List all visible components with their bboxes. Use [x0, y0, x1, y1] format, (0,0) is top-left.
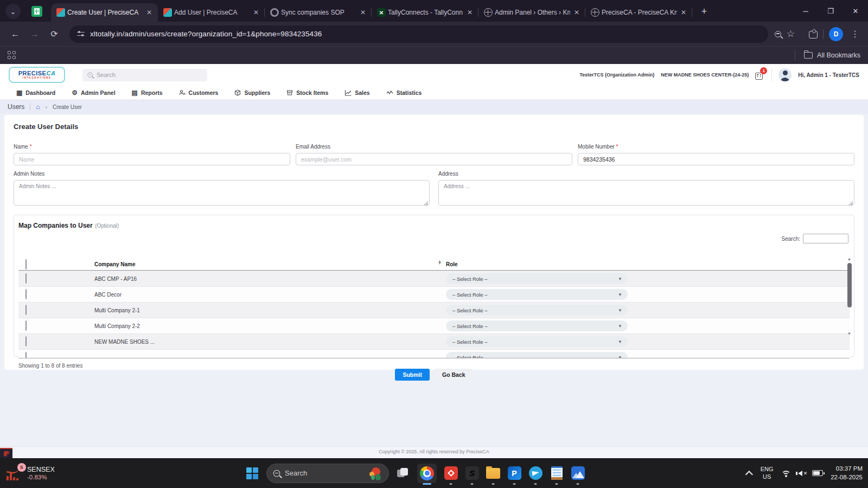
home-icon[interactable]: ⌂	[36, 103, 40, 111]
company-switch-icon[interactable]: 1	[755, 70, 765, 80]
preciseca-logo[interactable]: PRECISECA INTEGRATIONS	[9, 67, 65, 83]
row-checkbox[interactable]	[25, 289, 27, 299]
chrome-taskbar-button[interactable]	[417, 465, 437, 481]
close-button[interactable]: ✕	[843, 0, 868, 22]
row-checkbox[interactable]	[25, 336, 27, 346]
row-checkbox[interactable]	[25, 352, 27, 358]
user-avatar[interactable]	[778, 68, 792, 81]
admin-notes-textarea[interactable]	[14, 180, 430, 206]
maximize-button[interactable]: ❐	[818, 0, 843, 22]
role-select[interactable]: – Select Role –▼	[446, 289, 628, 300]
role-select[interactable]: – Select Role –▼	[446, 352, 628, 358]
role-select[interactable]: – Select Role –▼	[446, 320, 628, 331]
tab-search-chevron-icon[interactable]: ⌄	[5, 4, 21, 19]
tab-close-icon[interactable]: ✕	[145, 8, 154, 17]
tab-add-user[interactable]: Add User | PreciseCA ✕	[158, 3, 265, 22]
tab-title: Admin Panel › Others › Kn	[495, 9, 570, 16]
role-select[interactable]: – Select Role –▼	[446, 273, 628, 284]
taskbar-search[interactable]	[266, 464, 389, 483]
extensions-icon[interactable]	[809, 30, 818, 38]
go-back-button[interactable]: Go Back	[435, 369, 473, 381]
tab-close-icon[interactable]: ✕	[465, 8, 474, 17]
nav-stock-items[interactable]: Stock Items	[286, 89, 328, 96]
site-search[interactable]	[82, 69, 207, 81]
nav-sales[interactable]: Sales	[344, 89, 369, 96]
forward-icon[interactable]: →	[26, 25, 43, 43]
tab-preciseca-kn[interactable]: PreciseCA - PreciseCA Kn ✕	[585, 3, 692, 22]
row-checkbox[interactable]	[25, 305, 27, 315]
search-highlight-image[interactable]	[369, 467, 383, 481]
nav-dashboard[interactable]: ▦ Dashboard	[16, 89, 55, 96]
sort-icon[interactable]: ▲▼	[438, 260, 442, 265]
nav-admin-panel[interactable]: ⚙ Admin Panel	[72, 89, 115, 96]
task-view-button[interactable]	[396, 465, 410, 481]
scrollbar-thumb[interactable]	[847, 263, 852, 307]
tab-sync-companies[interactable]: Sync companies SOP ✕	[265, 3, 372, 22]
address-bar[interactable]: xltotally.in/admin/users/create?organiza…	[69, 25, 768, 43]
row-checkbox[interactable]	[25, 320, 27, 331]
scroll-down-icon[interactable]: ▼	[846, 331, 853, 337]
tab-close-icon[interactable]: ✕	[252, 8, 260, 17]
language-switcher[interactable]: ENG US	[761, 466, 774, 481]
url-text[interactable]: xltotally.in/admin/users/create?organiza…	[90, 30, 322, 38]
minimize-button[interactable]: ─	[793, 0, 818, 22]
tray-time: 03:37 PM	[831, 465, 863, 473]
chevron-down-icon: ▼	[618, 292, 622, 297]
select-all-checkbox[interactable]	[25, 259, 27, 269]
company-name-header[interactable]: Company Name	[94, 261, 136, 267]
clock[interactable]: 03:37 PM 22-08-2025	[831, 465, 863, 481]
name-input[interactable]	[14, 153, 290, 165]
start-button[interactable]	[245, 465, 259, 481]
site-info-icon[interactable]	[77, 30, 85, 38]
background-window-peek[interactable]	[0, 448, 12, 458]
new-tab-button[interactable]: +	[697, 4, 712, 19]
tally-favicon: ✕	[377, 8, 386, 17]
nav-statistics[interactable]: Statistics	[386, 89, 422, 96]
row-checkbox[interactable]	[25, 273, 27, 284]
table-search-input[interactable]	[803, 234, 848, 243]
scroll-up-icon[interactable]: ▲	[846, 256, 853, 262]
tab-admin-panel[interactable]: Admin Panel › Others › Kn ✕	[478, 3, 585, 22]
role-select[interactable]: – Select Role –▼	[446, 336, 628, 347]
telegram-button[interactable]	[528, 465, 542, 481]
notepad-button[interactable]	[550, 465, 564, 481]
all-bookmarks-button[interactable]: All Bookmarks	[795, 50, 860, 61]
address-textarea[interactable]	[438, 180, 854, 206]
tab-create-user[interactable]: Create User | PreciseCA ✕	[51, 3, 158, 22]
required-asterisk: *	[29, 144, 31, 150]
table-scrollbar[interactable]: ▲ ▼	[846, 256, 853, 337]
nav-customers[interactable]: Customers	[179, 89, 219, 96]
submit-button[interactable]: Submit	[395, 369, 430, 381]
back-icon[interactable]: ←	[7, 25, 24, 43]
taskbar-center: S P	[245, 458, 585, 488]
role-select[interactable]: – Select Role –▼	[446, 305, 628, 316]
stocks-widget[interactable]: 5 SENSEX -0.83%	[0, 458, 61, 488]
nav-suppliers[interactable]: Suppliers	[234, 89, 270, 96]
tab-close-icon[interactable]: ✕	[679, 8, 688, 17]
company-label[interactable]: NEW MADNE SHOES CENTER-(24-25)	[661, 72, 749, 78]
red-app-button[interactable]	[444, 465, 458, 481]
p-app-button[interactable]: P	[507, 465, 521, 481]
tab-close-icon[interactable]: ✕	[359, 8, 367, 17]
nav-reports[interactable]: ▤ Reports	[132, 89, 163, 96]
sublime-app-button[interactable]: S	[465, 465, 479, 481]
tray-icons[interactable]: ✕	[781, 470, 824, 477]
tab-tallyconnects[interactable]: ✕ TallyConnects - TallyConn ✕	[372, 3, 478, 22]
zoom-out-icon[interactable]	[775, 31, 781, 37]
apps-grid-icon[interactable]	[8, 51, 16, 60]
bookmark-star-icon[interactable]: ☆	[787, 28, 795, 40]
pinned-tab-sheets-icon[interactable]	[31, 6, 42, 17]
address-group: Address	[438, 171, 854, 208]
user-greeting[interactable]: Hi, Admin 1 - TesterTCS	[798, 72, 859, 78]
movies-app-button[interactable]	[571, 465, 585, 481]
mobile-input[interactable]	[578, 153, 854, 165]
file-explorer-button[interactable]	[486, 465, 500, 481]
menu-kebab-icon[interactable]: ⋮	[848, 29, 861, 39]
email-input[interactable]	[296, 153, 572, 165]
site-search-input[interactable]	[97, 72, 194, 78]
taskbar-search-input[interactable]	[285, 469, 355, 477]
profile-avatar[interactable]: D	[829, 27, 843, 41]
reload-icon[interactable]: ⟳	[46, 25, 63, 43]
tab-close-icon[interactable]: ✕	[572, 8, 581, 17]
tray-chevron-up-icon[interactable]	[745, 471, 753, 478]
